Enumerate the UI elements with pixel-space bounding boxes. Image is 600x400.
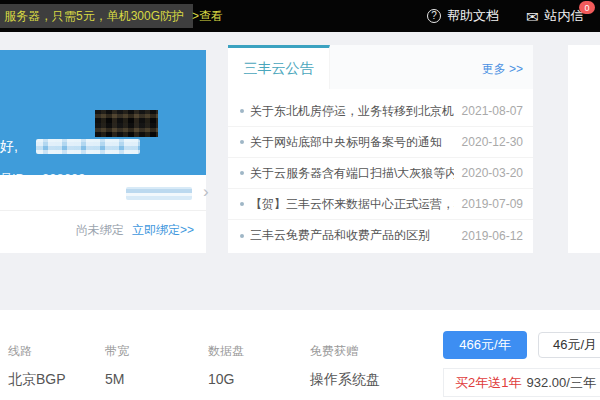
announcement-date: 2020-12-30 (462, 135, 523, 149)
announcement-title[interactable]: 关于云服务器含有端口扫描\大灰狼等内容的... (250, 165, 454, 182)
product-strip: 线路 北京BGP 带宽 5M 数据盘 10G 免费获赠 操作系统盘 466元/年… (0, 310, 600, 400)
mail-count-badge: 0 (579, 1, 595, 14)
more-link[interactable]: 更多 >> (482, 61, 523, 78)
carousel-next-icon[interactable]: › (203, 183, 209, 200)
user-card-body: 尚未绑定 立即绑定>> (0, 175, 206, 253)
announcement-title[interactable]: 关于东北机房停运，业务转移到北京机房的... (250, 103, 454, 120)
tab-announcements[interactable]: 三丰云公告 (228, 45, 330, 89)
spec-value: 10G (208, 371, 234, 387)
promo-price-text: 932.00/三年 (527, 374, 596, 392)
announcements-header: 三丰云公告 更多 >> (228, 45, 533, 89)
price-monthly-button[interactable]: 46元/月 (538, 332, 600, 358)
spec-label: 线路 (8, 343, 32, 360)
spec-label: 带宽 (105, 343, 129, 360)
greeting-text: 您好, (0, 138, 18, 156)
promo-text: 服务器，只需5元，单机300G防护 (4, 8, 184, 25)
announcement-date: 2021-08-07 (462, 104, 523, 118)
announcement-item[interactable]: 【贺】三丰云怀来数据中心正式运营，和腾... 2019-07-09 (228, 189, 533, 220)
spec-label: 数据盘 (208, 343, 244, 360)
page: 服务器，只需5元，单机300G防护 >查看 ? 帮助文档 ✉ 站内信 0 您好,… (0, 0, 600, 400)
announcements-list: 关于东北机房停运，业务转移到北京机房的... 2021-08-07 关于网站底部… (228, 96, 533, 251)
announcements-card: 三丰云公告 更多 >> 关于东北机房停运，业务转移到北京机房的... 2021-… (228, 45, 533, 253)
user-card-header: 您好, 会员ID：338609 (0, 50, 206, 175)
announcement-date: 2019-07-09 (462, 197, 523, 211)
email-row (0, 175, 206, 211)
promo-view-link[interactable]: >查看 (192, 8, 223, 25)
spec-value: 北京BGP (8, 371, 66, 389)
topbar: 服务器，只需5元，单机300G防护 >查看 ? 帮助文档 ✉ 站内信 0 (0, 0, 600, 32)
announcement-date: 2019-06-12 (462, 229, 523, 243)
announcement-title[interactable]: 三丰云免费产品和收费产品的区别 (250, 227, 454, 244)
promo-banner[interactable]: 服务器，只需5元，单机300G防护 >查看 (0, 4, 193, 28)
spec-value: 5M (105, 371, 124, 387)
bind-row: 尚未绑定 立即绑定>> (76, 222, 194, 239)
bullet-dot-icon (240, 140, 244, 144)
right-cropped-card (568, 45, 600, 253)
announcement-item[interactable]: 三丰云免费产品和收费产品的区别 2019-06-12 (228, 220, 533, 251)
spec-label: 免费获赠 (310, 343, 358, 360)
promo-deal-text: 买2年送1年 (455, 374, 521, 392)
censored-email (126, 187, 192, 200)
bullet-dot-icon (240, 202, 244, 206)
censored-username (36, 139, 140, 154)
announcement-title[interactable]: 关于网站底部中央标明备案号的通知 (250, 134, 454, 151)
announcement-item[interactable]: 关于网站底部中央标明备案号的通知 2020-12-30 (228, 127, 533, 158)
bind-now-link[interactable]: 立即绑定>> (132, 223, 194, 237)
help-docs-button[interactable]: ? 帮助文档 (427, 0, 499, 32)
announcement-item[interactable]: 关于东北机房停运，业务转移到北京机房的... 2021-08-07 (228, 96, 533, 127)
help-docs-label: 帮助文档 (447, 7, 499, 25)
bind-status-text: 尚未绑定 (76, 223, 124, 237)
bullet-dot-icon (240, 234, 244, 238)
bullet-dot-icon (240, 171, 244, 175)
spec-value: 操作系统盘 (310, 371, 380, 389)
announcement-item[interactable]: 关于云服务器含有端口扫描\大灰狼等内容的... 2020-03-20 (228, 158, 533, 189)
censored-avatar-block (95, 110, 158, 137)
site-mail-label: 站内信 (545, 7, 584, 25)
price-promo-button[interactable]: 买2年送1年 932.00/三年 (443, 368, 600, 397)
site-mail-button[interactable]: ✉ 站内信 (526, 0, 584, 32)
announcement-title[interactable]: 【贺】三丰云怀来数据中心正式运营，和腾... (250, 196, 454, 213)
bullet-dot-icon (240, 109, 244, 113)
price-yearly-button[interactable]: 466元/年 (443, 331, 527, 359)
envelope-icon: ✉ (526, 9, 539, 24)
question-circle-icon: ? (427, 9, 441, 23)
announcement-date: 2020-03-20 (462, 166, 523, 180)
